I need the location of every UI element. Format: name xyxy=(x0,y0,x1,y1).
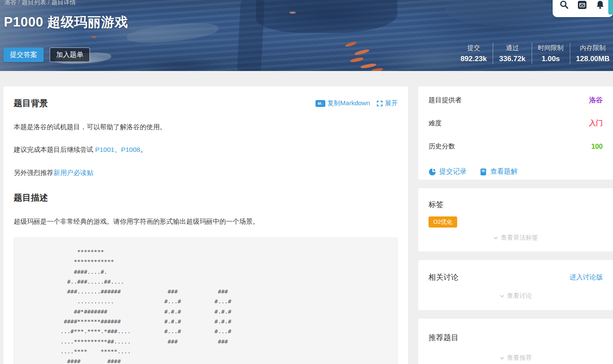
provider-value[interactable]: 洛谷 xyxy=(589,96,603,105)
breadcrumb-problem-list[interactable]: 题目列表 xyxy=(22,0,46,6)
link-p1008[interactable]: P1008 xyxy=(121,146,140,153)
problem-content-card: 题目背景 M↓ 复制Markdown 展开 本题是洛谷的试机题目，可以帮助了解洛… xyxy=(3,86,408,364)
recommendations-heading: 推荐题目 xyxy=(429,332,603,343)
search-icon[interactable] xyxy=(559,0,569,9)
copy-markdown-link[interactable]: M↓ 复制Markdown xyxy=(315,99,370,107)
background-paragraph-2: 建议完成本题目后继续尝试 P1001、P1008。 xyxy=(14,145,398,154)
pie-chart-icon xyxy=(429,168,436,176)
stat-time-limit: 时间限制 1.00s xyxy=(532,44,570,63)
recommendations-card: 推荐题目 查看推荐 xyxy=(418,319,613,364)
background-paragraph-3: 另外强烈推荐新用户必读贴 xyxy=(14,168,398,178)
difficulty-value: 入门 xyxy=(589,119,603,128)
mail-icon[interactable] xyxy=(577,0,587,9)
show-algorithm-tags-toggle[interactable]: 查看算法标签 xyxy=(429,234,603,242)
add-to-list-button[interactable]: 加入题单 xyxy=(50,47,90,62)
history-score-value: 100 xyxy=(591,143,603,151)
ascii-art: ******** ************ ####....#. #..###.… xyxy=(24,247,388,364)
stat-accepted: 通过 336.72k xyxy=(493,44,531,63)
chevron-down-icon xyxy=(500,293,505,299)
section-heading-description: 题目描述 xyxy=(14,192,398,204)
info-row-provider: 题目提供者 洛谷 xyxy=(429,96,603,105)
tags-heading: 标签 xyxy=(429,199,603,210)
discussions-card: 相关讨论 进入讨论版 查看讨论 xyxy=(418,260,613,310)
bell-icon[interactable] xyxy=(595,0,605,9)
new-user-guide-link[interactable]: 新用户必读贴 xyxy=(54,169,93,176)
info-row-difficulty: 难度 入门 xyxy=(429,119,603,128)
tags-card: 标签 O2优化 查看算法标签 xyxy=(418,188,613,252)
section-heading-background: 题目背景 xyxy=(14,98,48,109)
breadcrumb: 洛谷/题目列表/题目详情 xyxy=(4,0,76,6)
show-discussions-toggle[interactable]: 查看讨论 xyxy=(429,292,603,300)
hero-buttons: 提交答案 加入题单 xyxy=(3,47,90,62)
chevron-down-icon xyxy=(493,235,498,240)
stat-submissions: 提交 892.23k xyxy=(455,44,493,63)
stat-memory-limit: 内存限制 128.00MB xyxy=(570,44,613,63)
problem-page: 洛谷/题目列表/题目详情 P1000 超级玛丽游戏 提交答案 加入题单 提交 8… xyxy=(0,0,613,364)
ascii-art-block: ******** ************ ####....#. #..###.… xyxy=(14,237,398,364)
breadcrumb-problem-detail[interactable]: 题目详情 xyxy=(51,0,76,6)
chevron-down-icon xyxy=(500,355,505,361)
problem-stats: 提交 892.23k 通过 336.72k 时间限制 1.00s 内存限制 12… xyxy=(455,43,613,64)
background-paragraph-1: 本题是洛谷的试机题目，可以帮助了解洛谷的使用。 xyxy=(14,122,398,132)
view-solutions-link[interactable]: 查看题解 xyxy=(479,167,518,176)
user-avatar[interactable] xyxy=(608,0,613,15)
info-row-score: 历史分数 100 xyxy=(429,142,603,151)
show-recommendations-toggle[interactable]: 查看推荐 xyxy=(429,354,603,362)
book-icon xyxy=(479,168,487,176)
submission-records-link[interactable]: 提交记录 xyxy=(429,167,467,176)
description-paragraph: 超级玛丽是一个非常经典的游戏。请你用字符画的形式输出超级玛丽中的一个场景。 xyxy=(14,216,398,226)
hero-banner: 洛谷/题目列表/题目详情 P1000 超级玛丽游戏 提交答案 加入题单 提交 8… xyxy=(0,0,613,71)
page-title: P1000 超级玛丽游戏 xyxy=(4,13,128,31)
tag-o2-badge[interactable]: O2优化 xyxy=(429,216,457,228)
breadcrumb-home[interactable]: 洛谷 xyxy=(4,0,17,6)
top-toolbar xyxy=(553,0,613,17)
enter-discussion-board-link[interactable]: 进入讨论版 xyxy=(570,273,603,282)
markdown-icon: M↓ xyxy=(315,100,325,107)
submit-answer-button[interactable]: 提交答案 xyxy=(3,47,44,62)
expand-icon xyxy=(377,101,383,107)
expand-link[interactable]: 展开 xyxy=(377,99,398,107)
problem-info-card: 题目提供者 洛谷 难度 入门 历史分数 100 提交记录 查看题解 xyxy=(418,86,613,180)
link-p1001[interactable]: P1001 xyxy=(95,146,114,153)
discussions-heading: 相关讨论 xyxy=(429,272,458,282)
